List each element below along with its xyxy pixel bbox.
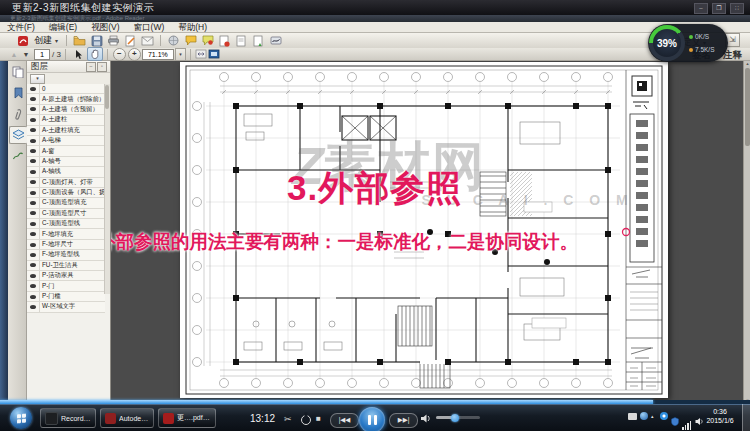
- layer-row[interactable]: F-地坪填充: [26, 229, 105, 239]
- layer-row[interactable]: A-原土建墙（拆除前）: [26, 94, 105, 104]
- save-icon[interactable]: [90, 35, 103, 47]
- layer-row[interactable]: F-地坪造型线: [26, 250, 105, 260]
- fit-width-icon[interactable]: [195, 49, 208, 60]
- attachments-icon[interactable]: [9, 105, 27, 123]
- eye-icon[interactable]: [26, 94, 40, 103]
- layer-row[interactable]: A-土建墙（含预留）: [26, 105, 105, 115]
- page-thumbnails-icon[interactable]: [9, 63, 27, 81]
- layer-row[interactable]: A-轴号: [26, 157, 105, 167]
- layer-row[interactable]: FU-卫生洁具: [26, 261, 105, 271]
- eye-icon[interactable]: [26, 281, 40, 290]
- taskbar-app-button[interactable]: Autodesk AutoC...: [100, 408, 154, 428]
- email-icon[interactable]: [141, 35, 154, 47]
- layer-row[interactable]: C-顶面造型线: [26, 219, 105, 229]
- signatures-icon[interactable]: [9, 147, 27, 165]
- eye-icon[interactable]: [26, 84, 40, 93]
- clip-scissors-button[interactable]: ✂: [284, 414, 292, 424]
- minimize-button[interactable]: –: [694, 3, 708, 14]
- eye-icon[interactable]: [26, 198, 40, 207]
- zoom-dropdown-button[interactable]: ▾: [175, 48, 186, 61]
- stop-button[interactable]: ■: [316, 414, 321, 423]
- power-button[interactable]: [301, 415, 311, 425]
- page-number-input[interactable]: [34, 49, 50, 60]
- share-globe-icon[interactable]: [167, 35, 180, 47]
- player-titlebar[interactable]: 更新2-3新图纸集创建实例演示 – ❐ ∷: [0, 0, 750, 15]
- eye-icon[interactable]: [26, 240, 40, 249]
- eye-icon[interactable]: [26, 209, 40, 218]
- signature-pad-icon[interactable]: [269, 35, 282, 47]
- menu-item[interactable]: 文件(F): [0, 22, 42, 32]
- layer-row[interactable]: 0: [26, 84, 105, 94]
- layer-row[interactable]: A-土建柱: [26, 115, 105, 125]
- layer-row[interactable]: C-顶面灯具、灯带: [26, 178, 105, 188]
- taskbar-app-button[interactable]: 更….pdf - Adob…: [158, 408, 216, 428]
- eye-icon[interactable]: [26, 250, 40, 259]
- doc-green-badge-icon[interactable]: [252, 35, 265, 47]
- show-desktop-button[interactable]: [742, 404, 750, 431]
- layer-row[interactable]: P-活动家具: [26, 271, 105, 281]
- next-page-button[interactable]: ▼: [20, 49, 32, 60]
- layer-row[interactable]: F-地坪尺寸: [26, 240, 105, 250]
- eye-icon[interactable]: [26, 126, 40, 135]
- layer-row[interactable]: C-顶面造型填充: [26, 198, 105, 208]
- tray-hidden-icons-icon[interactable]: ▴: [651, 413, 657, 419]
- layer-row[interactable]: W-区域文字: [26, 302, 105, 312]
- restore-button[interactable]: ❐: [712, 3, 726, 14]
- volume-icon[interactable]: [420, 413, 431, 426]
- eye-icon[interactable]: [26, 105, 40, 114]
- grip-icon[interactable]: ∷: [730, 3, 744, 14]
- print-icon[interactable]: [107, 35, 120, 47]
- menu-item[interactable]: 编辑(E): [42, 22, 84, 32]
- eye-icon[interactable]: [26, 229, 40, 238]
- open-file-icon[interactable]: [73, 35, 86, 47]
- layer-row[interactable]: P-门: [26, 281, 105, 291]
- zoom-out-button[interactable]: −: [113, 48, 126, 61]
- bookmarks-icon[interactable]: [9, 84, 27, 102]
- eye-icon[interactable]: [26, 178, 40, 187]
- panel-options-button[interactable]: –: [86, 62, 96, 72]
- system-monitor-widget[interactable]: 39% 0K/S 7.5K/S: [648, 24, 728, 62]
- layer-row[interactable]: A-窗: [26, 146, 105, 156]
- eye-icon[interactable]: [26, 261, 40, 270]
- scroll-up-icon[interactable]: ▲: [744, 61, 750, 66]
- next-button[interactable]: ▶▶|: [389, 413, 418, 428]
- eye-icon[interactable]: [26, 219, 40, 228]
- layer-row[interactable]: A-轴线: [26, 167, 105, 177]
- start-button[interactable]: [10, 407, 32, 429]
- panel-close-button[interactable]: ▫: [97, 62, 107, 72]
- review-bubble-icon[interactable]: [201, 35, 214, 47]
- menu-item[interactable]: 帮助(H): [171, 22, 214, 32]
- layers-icon[interactable]: [9, 126, 27, 144]
- tray-input-icon[interactable]: [628, 413, 637, 420]
- eye-icon[interactable]: [26, 136, 40, 145]
- layer-row[interactable]: P-门槛: [26, 292, 105, 302]
- eye-icon[interactable]: [26, 271, 40, 280]
- layer-row[interactable]: A-土建柱填充: [26, 126, 105, 136]
- pause-button[interactable]: [359, 407, 385, 431]
- layer-row[interactable]: C-顶面造型尺寸: [26, 209, 105, 219]
- tray-network-icon[interactable]: [682, 412, 692, 420]
- previous-button[interactable]: |◀◀: [330, 413, 359, 428]
- menu-item[interactable]: 视图(V): [84, 22, 126, 32]
- eye-icon[interactable]: [26, 292, 40, 301]
- zoom-level-value[interactable]: 71.1%: [142, 49, 174, 60]
- eye-icon[interactable]: [26, 188, 40, 197]
- create-pdf-button[interactable]: 创建 ▾: [10, 32, 62, 49]
- layer-row[interactable]: A-电梯: [26, 136, 105, 146]
- zoom-in-button[interactable]: +: [128, 48, 141, 61]
- eye-icon[interactable]: [26, 167, 40, 176]
- eye-icon[interactable]: [26, 157, 40, 166]
- taskbar-app-button[interactable]: Recording...: [40, 408, 96, 428]
- volume-slider[interactable]: [436, 416, 480, 419]
- document-scrollbar[interactable]: ▲ ▼: [743, 60, 750, 404]
- layer-row[interactable]: C-顶面设备（风口、扬声器）: [26, 188, 105, 198]
- tray-ime-icon[interactable]: [640, 412, 648, 420]
- hand-tool-button[interactable]: [87, 47, 103, 61]
- fullscreen-mode-icon[interactable]: [208, 49, 221, 60]
- scrollbar-thumb[interactable]: [745, 68, 750, 146]
- doc-red-badge-icon[interactable]: [218, 35, 231, 47]
- layer-options-dropdown[interactable]: ▾: [30, 74, 45, 84]
- eye-icon[interactable]: [26, 146, 40, 155]
- eye-icon[interactable]: [26, 115, 40, 124]
- prev-page-button[interactable]: ▲: [8, 49, 20, 60]
